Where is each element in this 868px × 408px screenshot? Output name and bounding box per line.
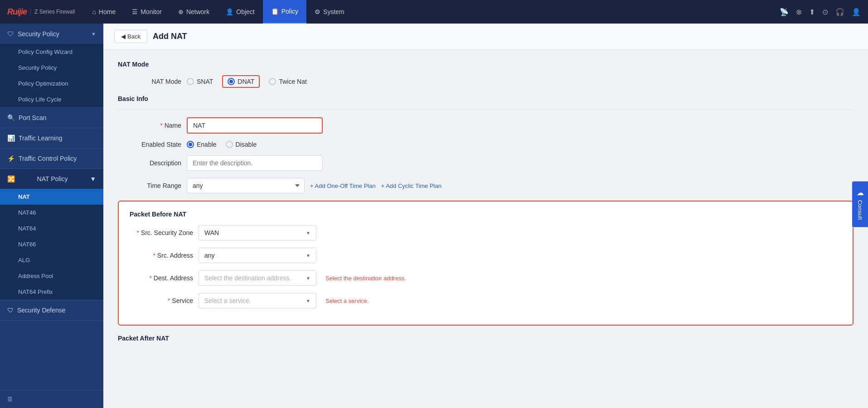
consult-button[interactable]: ☁ Consult [852,181,868,227]
traffic-learning-icon: 📊 [7,134,15,142]
nav-monitor[interactable]: ☰ Monitor [124,0,170,24]
src-zone-chevron-icon: ▼ [306,230,310,235]
src-zone-select[interactable]: WAN ▼ [199,225,316,240]
consult-label: Consult [857,200,863,220]
enable-radio-circle [187,141,194,148]
dest-address-select[interactable]: Select the destination address. ▼ [199,270,316,286]
nav-object[interactable]: 👤 Object [218,0,262,24]
brand-logo-area: Ruijie Z Series Firewall [7,7,75,17]
description-label: Description [118,159,181,167]
nav-home-label: Home [99,8,116,15]
sidebar-nat-policy-children: NAT NAT46 NAT64 NAT66 ALG Address Pool N… [0,189,103,300]
traffic-control-icon: ⚡ [7,155,15,162]
time-range-select[interactable]: any [187,178,305,193]
nav-system-label: System [323,8,344,15]
sidebar-item-address-pool[interactable]: Address Pool [0,268,103,284]
main-layout: 🛡 Security Policy ▼ Policy Config Wizard… [0,24,868,408]
basic-info-divider [118,110,853,110]
sidebar-item-port-scan[interactable]: 🔍 Port Scan [0,108,103,128]
nav-items: ⌂ Home ☰ Monitor ⊕ Network 👤 Object 📋 Po… [84,0,780,24]
disable-radio[interactable]: Disable [226,141,257,148]
wifi-icon[interactable]: 📡 [780,8,789,16]
description-row: Description [118,155,853,171]
snat-radio[interactable]: SNAT [187,78,213,85]
nav-monitor-label: Monitor [141,8,162,15]
sidebar-item-security-policy[interactable]: Security Policy [0,60,103,76]
disable-label: Disable [236,141,257,148]
sidebar-item-traffic-learning[interactable]: 📊 Traffic Learning [0,128,103,148]
snat-label: SNAT [197,78,213,85]
src-zone-value: WAN [204,229,219,236]
dest-address-label: *Dest. Address [130,274,193,282]
object-icon: 👤 [226,8,233,15]
add-one-off-time-plan-link[interactable]: + Add One-Off Time Plan [310,182,376,189]
sidebar-item-nat64-prefix[interactable]: NAT64 Prefix [0,284,103,300]
nat-mode-radio-group: SNAT DNAT Twice Nat [187,75,307,88]
user-icon[interactable]: 👤 [852,8,861,16]
nat-mode-field-label: NAT Mode [118,78,181,85]
time-range-controls: any + Add One-Off Time Plan + Add Cyclic… [187,178,441,193]
dnat-radio-circle [228,78,235,85]
sidebar-port-scan-label: Port Scan [19,114,46,121]
time-range-label: Time Range [118,182,181,189]
service-select[interactable]: Select a service. ▼ [199,293,316,308]
src-address-select[interactable]: any ▼ [199,248,316,263]
packet-before-nat-title: Packet Before NAT [130,211,842,218]
sidebar-item-nat-policy[interactable]: 🔀 NAT Policy ▼ [0,169,103,189]
sidebar-item-nat[interactable]: NAT [0,189,103,205]
sidebar-section-traffic-learning: 📊 Traffic Learning [0,128,103,149]
service-label: *Service [130,297,193,304]
close-circle-icon[interactable]: ⊗ [796,8,802,16]
sidebar-section-nat-policy: 🔀 NAT Policy ▼ NAT NAT46 NAT64 NAT66 ALG… [0,169,103,300]
nav-network-label: Network [186,8,209,15]
sidebar-section-port-scan: 🔍 Port Scan [0,108,103,128]
headphones-icon[interactable]: 🎧 [835,8,844,16]
nat-mode-row: NAT Mode SNAT DNAT Twice Nat [118,75,853,88]
sidebar-section-security-policy: 🛡 Security Policy ▼ Policy Config Wizard… [0,24,103,108]
packet-after-nat-section: Packet After NAT [118,335,853,342]
enable-label: Enable [197,141,217,148]
src-security-zone-label: *Src. Security Zone [130,229,193,236]
time-range-row: Time Range any + Add One-Off Time Plan +… [118,178,853,193]
twice-nat-radio[interactable]: Twice Nat [269,78,306,85]
name-input[interactable] [187,117,323,134]
sidebar-collapse-btn[interactable]: ☰ [0,390,103,408]
upload-icon[interactable]: ⬆ [809,8,815,16]
sidebar-collapse-icon: ☰ [7,396,13,403]
sidebar-item-alg[interactable]: ALG [0,252,103,268]
service-placeholder: Select a service. [204,297,251,304]
back-button[interactable]: ◀ Back [114,30,147,43]
target-icon[interactable]: ⊙ [822,8,828,16]
sidebar-item-policy-config-wizard[interactable]: Policy Config Wizard [0,44,103,60]
packet-before-nat-section: Packet Before NAT *Src. Security Zone WA… [118,201,853,326]
nav-system[interactable]: ⚙ System [306,0,353,24]
nav-policy[interactable]: 📋 Policy [263,0,306,24]
dnat-radio[interactable]: DNAT [222,75,260,88]
security-defense-icon: 🛡 [7,307,14,314]
sidebar-item-nat46[interactable]: NAT46 [0,205,103,221]
nav-home[interactable]: ⌂ Home [84,0,124,24]
sidebar-security-policy-label: Security Policy [18,30,87,38]
twice-nat-radio-circle [269,78,276,85]
dest-address-row: *Dest. Address Select the destination ad… [130,270,842,286]
back-button-label: Back [127,33,141,40]
sidebar-item-security-policy[interactable]: 🛡 Security Policy ▼ [0,24,103,44]
add-cyclic-time-plan-link[interactable]: + Add Cyclic Time Plan [381,182,441,189]
src-zone-required-star: * [136,229,139,236]
sidebar-item-policy-life-cycle[interactable]: Policy Life Cycle [0,91,103,107]
chevron-down-nat-icon: ▼ [90,175,96,182]
description-input[interactable] [187,155,323,171]
home-icon: ⌂ [92,8,96,15]
service-row: *Service Select a service. ▼ Select a se… [130,293,842,308]
sidebar-item-nat66[interactable]: NAT66 [0,236,103,252]
chevron-down-icon: ▼ [91,31,96,37]
sidebar-item-security-defense[interactable]: 🛡 Security Defense [0,300,103,320]
enabled-state-label: Enabled State [118,141,181,148]
sidebar-item-traffic-control-policy[interactable]: ⚡ Traffic Control Policy [0,149,103,168]
brand-logo: Ruijie [7,7,27,17]
sidebar-item-policy-optimization[interactable]: Policy Optimization [0,76,103,91]
enable-radio[interactable]: Enable [187,141,217,148]
nav-network[interactable]: ⊕ Network [170,0,218,24]
sidebar-section-traffic-control: ⚡ Traffic Control Policy [0,149,103,169]
sidebar-item-nat64[interactable]: NAT64 [0,221,103,236]
